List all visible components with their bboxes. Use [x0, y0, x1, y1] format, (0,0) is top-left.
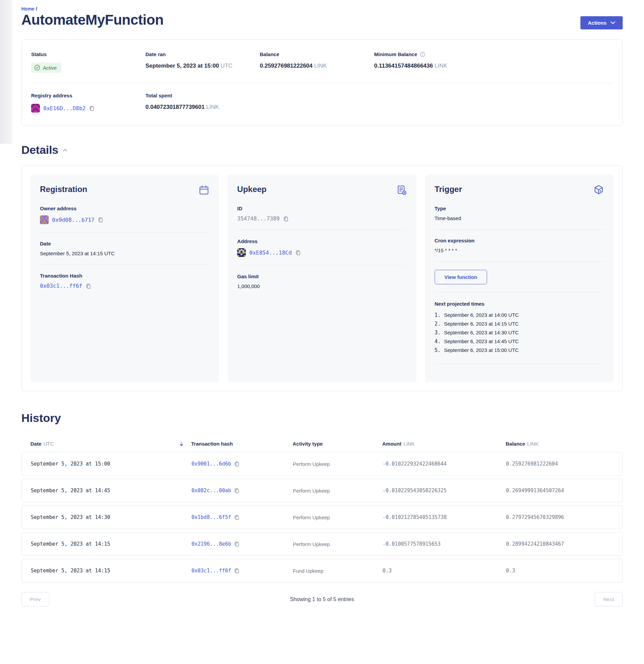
status-label: Status [31, 51, 145, 57]
page-title: AutomateMyFunction [21, 12, 163, 28]
row-activity: Perform Upkeep [293, 488, 383, 494]
registration-tx-link[interactable]: 0x03c1...ff6f [40, 283, 82, 289]
projected-time-text: September 6, 2023 at 14:15 UTC [444, 319, 519, 328]
tx-hash-link[interactable]: 0x2196...8e6b [192, 541, 231, 547]
details-section-head: Details [21, 143, 623, 157]
view-function-button[interactable]: View function [435, 270, 487, 284]
status-value: Active [43, 65, 57, 71]
total-spent-value: 0.04072301877739601 LINK [145, 104, 260, 110]
table-row: September 5, 2023 at 14:15 0x2196...8e6b… [21, 532, 623, 556]
balance-field: Balance 0.259276981222604 LINK [260, 51, 374, 73]
copy-tx-hash-button[interactable] [234, 514, 240, 520]
gas-limit-label: Gas limit [237, 273, 406, 279]
column-activity-type: Activity type [293, 441, 382, 447]
collapse-chevron-up-icon[interactable] [63, 149, 67, 151]
upkeep-title: Upkeep [237, 185, 266, 194]
sort-icon[interactable] [180, 441, 183, 446]
sort-desc-triangle [180, 444, 183, 446]
tx-hash-link[interactable]: 0x1bd8...6f5f [192, 514, 231, 520]
copy-icon [234, 487, 240, 494]
registry-address-link[interactable]: 0xE16D...D8b2 [43, 105, 85, 111]
details-heading: Details [21, 143, 58, 157]
tx-hash-link[interactable]: 0x03c1...ff6f [192, 568, 231, 574]
row-amount: -0.010222932422468644 [383, 461, 506, 467]
summary-row-1: Status Active Date ran September 5, 2023… [31, 51, 613, 73]
date-ran-text: September 5, 2023 at 15:00 [145, 63, 219, 69]
pagination-footer: Prev Showing 1 to 5 of 5 entries Next [21, 592, 623, 606]
registration-tx-label: Transaction Hash [40, 273, 209, 278]
trigger-type-field: Type Time-based [435, 206, 604, 229]
row-amount: -0.010212785405135738 [383, 514, 506, 520]
balance-label: Balance [260, 51, 374, 57]
tx-hash-link[interactable]: 0x9001...6d6b [192, 461, 231, 467]
upkeep-detail-page: Home/ AutomateMyFunction Actions Status … [0, 0, 644, 620]
trigger-bottom-divider [435, 364, 604, 364]
copy-tx-hash-button[interactable] [234, 541, 240, 547]
copy-registration-tx-button[interactable] [85, 283, 91, 289]
registration-date-field: Date September 5, 2023 at 14:15 UTC [40, 232, 209, 264]
copy-tx-hash-button[interactable] [234, 487, 240, 494]
breadcrumb: Home/ [21, 6, 623, 12]
history-table-body: September 5, 2023 at 15:00 0x9001...6d6b… [21, 452, 623, 582]
column-date[interactable]: Date UTC [31, 441, 191, 447]
upkeep-address-field: Address [237, 230, 406, 265]
breadcrumb-home-link[interactable]: Home [21, 6, 35, 12]
column-date-suffix: UTC [44, 441, 54, 447]
copy-icon [234, 568, 240, 574]
copy-upkeep-address-button[interactable] [295, 249, 301, 255]
owner-identicon [40, 215, 49, 224]
row-date: September 5, 2023 at 14:30 [31, 514, 192, 520]
copy-upkeep-id-button[interactable] [283, 216, 289, 222]
copy-tx-hash-button[interactable] [234, 461, 240, 467]
actions-button[interactable]: Actions [580, 16, 623, 29]
showing-entries-text: Showing 1 to 5 of 5 entries [49, 596, 595, 602]
copy-registry-address-button[interactable] [89, 105, 95, 111]
document-gear-icon [396, 185, 407, 195]
column-transaction-hash: Transaction hash [191, 441, 293, 447]
row-hash: 0x082c...00ab [192, 487, 293, 494]
table-row: September 5, 2023 at 14:30 0x1bd8...6f5f… [21, 505, 623, 529]
upkeep-card: Upkeep ID 354748...7389 [228, 174, 416, 382]
date-ran-value: September 5, 2023 at 15:00 UTC [145, 63, 260, 69]
table-row: September 5, 2023 at 14:15 0x03c1...ff6f… [21, 559, 623, 582]
row-activity: Perform Upkeep [293, 461, 383, 467]
column-amount-label: Amount [382, 441, 402, 447]
column-balance-label: Balance [506, 441, 525, 447]
row-date: September 5, 2023 at 14:45 [31, 487, 192, 494]
registration-date-label: Date [40, 241, 209, 247]
row-amount: -0.0100577578915653 [383, 541, 506, 547]
tx-hash-link[interactable]: 0x082c...00ab [192, 487, 231, 494]
table-row: September 5, 2023 at 14:45 0x082c...00ab… [21, 479, 623, 502]
title-bar: AutomateMyFunction Actions [21, 12, 623, 29]
registration-card: Registration Owner address [31, 174, 219, 382]
projected-time-number: 1. [435, 311, 441, 319]
details-panel: Registration Owner address [21, 165, 623, 391]
copy-icon [295, 249, 301, 255]
date-ran-field: Date ran September 5, 2023 at 15:00 UTC [145, 51, 260, 73]
next-projected-times-list: 1.September 6, 2023 at 14:00 UTC 2.Septe… [435, 311, 604, 355]
owner-address-link[interactable]: 0x9d08...b717 [52, 217, 94, 223]
status-badge: Active [31, 63, 61, 73]
min-balance-label: Minimum Balance [374, 51, 488, 57]
total-spent-text: 0.04072301877739601 [145, 104, 205, 110]
upkeep-id-field: ID 354748...7389 [237, 206, 406, 230]
min-balance-field: Minimum Balance 0.11364157484866436 LINK [374, 51, 488, 73]
cube-icon [593, 185, 604, 195]
status-field: Status Active [31, 51, 145, 73]
prev-page-button[interactable]: Prev [21, 592, 49, 606]
total-spent-label: Total spent [145, 92, 260, 98]
next-projected-times-field: Next projected times 1.September 6, 2023… [435, 292, 604, 372]
column-balance-suffix: LINK [527, 441, 539, 447]
upkeep-address-link[interactable]: 0xE854...18Cd [249, 249, 291, 256]
row-amount: 0.3 [383, 568, 506, 574]
info-icon[interactable] [420, 52, 425, 57]
next-page-button[interactable]: Next [595, 592, 623, 606]
copy-tx-hash-button[interactable] [234, 568, 240, 574]
actions-button-label: Actions [588, 20, 606, 26]
row-balance: 0.26949991364507264 [506, 487, 622, 494]
copy-owner-address-button[interactable] [98, 217, 103, 223]
breadcrumb-separator: / [36, 6, 37, 12]
registry-identicon [31, 104, 40, 112]
projected-time-number: 2. [435, 319, 441, 328]
check-circle-icon [34, 65, 40, 71]
